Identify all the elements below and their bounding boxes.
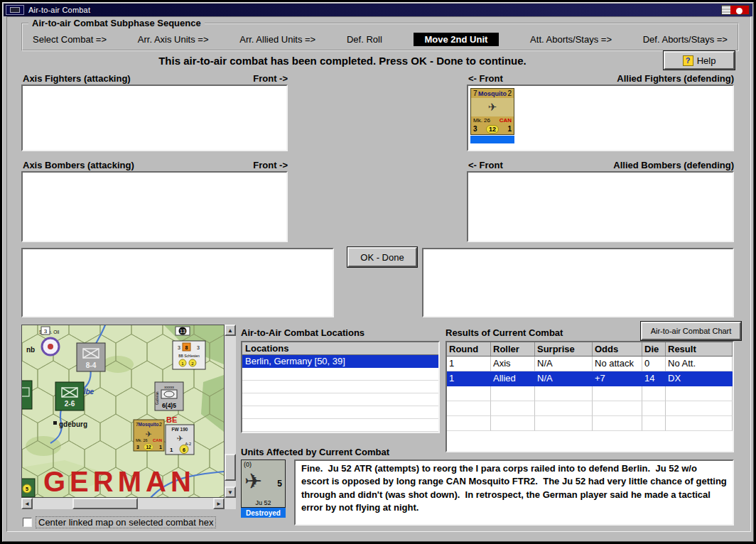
subphase-sequence-group: Air-to-air Combat Subphase Sequence Sele… [21,23,739,51]
counter-guderian-name: Guderian [156,391,159,405]
scroll-up-icon: ▲ [227,327,233,334]
axis-fighters-box [21,85,288,151]
location-row-empty [242,393,438,406]
map-region-label: GERMAN [43,466,195,497]
front-arrow-right-label: Front -> [21,73,288,84]
map-mosq-val-mid: 12 [146,445,151,450]
plane-icon: ✈ [176,434,183,442]
allied-fighters-box: 7 Mosquito 2 ✈ Mk. 26 CAN 3 12 1 [467,85,734,151]
map-counter-mosquito[interactable]: 7 Mosquito 2 ✈ Mk. 26 CAN 3 12 1 [134,420,164,451]
seq-step-select-combat: Select Combat => [33,34,107,45]
scroll-down-button[interactable]: ▼ [225,486,236,498]
map-counter-fw190[interactable]: FW 190 ✈ A-2 1 6 [166,425,194,455]
locations-list: Locations Berlin, Germany [50, 39] [241,341,440,433]
fw-name: FW 190 [172,427,188,432]
map-counter-partial-bottom[interactable]: 5 [22,479,35,497]
scroll-right-button[interactable]: ► [213,498,225,509]
vertical-scroll-thumb[interactable] [225,454,236,481]
map-counter-2-6[interactable]: 2-6 [55,382,84,410]
counter-val-left: 3 [473,125,477,134]
scroll-left-button[interactable]: ◄ [21,498,33,509]
map-counter-guderian[interactable]: xxxxx Guderian 6(4)5 [155,382,183,410]
fw-val-left: 1 [170,447,173,453]
cell: N/A [535,357,593,371]
col-result: Result [666,342,733,356]
counter-name: Mosquito [478,89,507,98]
scroll-up-button[interactable]: ▲ [225,325,236,336]
city-label-magdeburg: gdeburg [59,420,87,428]
system-menu-icon[interactable] [6,5,24,15]
titlebar[interactable]: Air-to-air Combat [4,4,752,16]
horizontal-scroll-thumb[interactable] [72,498,138,509]
ju52-counter[interactable]: (0) ✈ 5 Ju 52 [241,459,286,508]
map-mosq-val-right: 1 [159,445,162,450]
scrollbar-corner [225,498,236,509]
help-button[interactable]: ? Help [664,51,735,70]
combat-chart-button[interactable]: Air-to-air Combat Chart [641,322,741,340]
ju52-value: 5 [277,479,282,489]
center-map-checkbox[interactable] [23,518,32,527]
counter-val-right: 1 [507,125,512,134]
location-row-berlin[interactable]: Berlin, Germany [50, 39] [242,355,438,368]
linked-map-widget: Elbe GERMAN Synth. Oil 3 13 [21,325,236,509]
location-row-empty [242,381,438,393]
mosquito-counter[interactable]: 7 Mosquito 2 ✈ Mk. 26 CAN 3 12 1 [470,88,514,135]
counter-range: 2 [507,89,512,98]
scroll-left-icon: ◄ [24,501,30,507]
counter-selection-bar [470,136,514,143]
map-view[interactable]: Elbe GERMAN Synth. Oil 3 13 [21,325,225,498]
cell: Allied [491,371,535,386]
scroll-right-icon: ► [216,501,222,507]
window-icon [10,7,20,13]
cell: Axis [491,357,535,371]
map-mosq-model: Mk. 26 [136,438,148,442]
counter-model: Mk. 26 [473,116,490,125]
allied-fighters-label: Allied Fighters (defending) [467,73,734,84]
hex-map[interactable]: Elbe GERMAN Synth. Oil 3 13 [22,325,224,497]
cell: No Att. [666,357,733,371]
map-counter-bb-schlesien[interactable]: 3 8 3 BB Schlesien 1 2 [173,341,205,369]
counter-xxxxx: xxxxx [164,385,174,389]
ok-done-label: OK - Done [360,252,404,263]
center-map-checkbox-label[interactable]: Center linked map on selected combat hex [36,517,215,528]
ok-done-button[interactable]: OK - Done [347,247,417,267]
allied-bombers-label: Allied Bombers (defending) [467,160,734,170]
aborted-units-box-right [422,248,734,317]
allied-bombers-box [467,171,734,242]
map-mosq-val-left: 3 [136,445,139,450]
cell: 0 [642,357,666,371]
cell: 1 [447,371,491,386]
city-dot-magdeburg [53,421,57,425]
destroyed-badge: Destroyed [241,508,286,518]
partial-counter-val: 5 [26,486,28,491]
scroll-down-icon: ▼ [227,489,233,496]
map-mosq-name: Mosquito [139,422,159,428]
front-arrow-right-label2: Front -> [21,160,288,170]
map-horizontal-scrollbar[interactable]: ◄ ► [21,498,225,509]
map-counter-8-4[interactable]: 8-4 [77,343,105,371]
counter-6-4-5-label: 6(4)5 [162,402,176,409]
cell: 1 [447,357,491,371]
plane-icon: ✈ [488,101,497,114]
map-counter-partial-left[interactable] [22,381,32,409]
location-row-empty [242,368,438,381]
location-row-empty [242,419,438,432]
results-row-axis[interactable]: 1 Axis N/A No attack 0 No Att. [447,357,733,371]
hex-badge-left: 3 [44,328,48,334]
col-odds: Odds [593,342,642,356]
cell: DX [666,371,733,386]
plane-icon: ✈ [145,430,151,438]
counter-8-4-label: 8-4 [86,361,97,369]
map-mosq-nation: CAN [153,438,162,442]
seq-step-att-aborts: Att. Aborts/Stays => [530,34,612,45]
axis-bombers-box [21,171,288,242]
map-vertical-scrollbar[interactable]: ▲ ▼ [225,325,236,498]
col-die: Die [642,342,666,356]
locations-panel-title: Air-to-Air Combat Locations [241,327,364,338]
counter-strength: 7 [473,89,477,98]
results-row-allied-selected[interactable]: 1 Allied N/A +7 14 DX [447,371,733,386]
results-row-empty [447,416,733,431]
nation-flag-icon [721,5,750,15]
bb-val-right: 3 [197,345,200,350]
cell: 14 [642,371,666,386]
